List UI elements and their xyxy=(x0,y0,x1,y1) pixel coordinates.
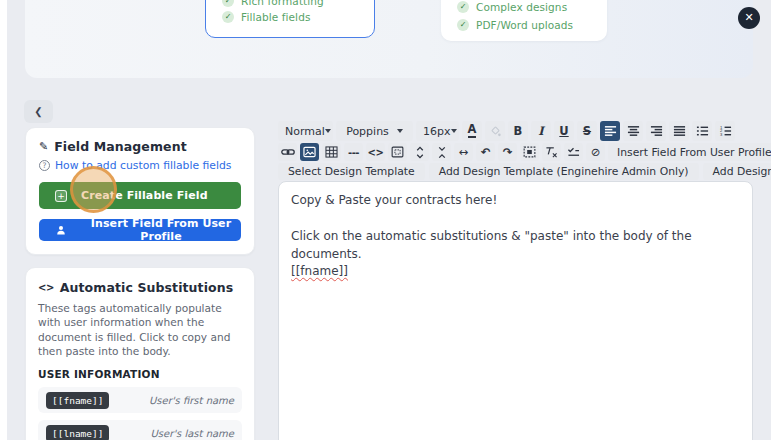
chevron-down-icon xyxy=(397,129,403,133)
select-value: Normal xyxy=(285,125,325,138)
align-left-button[interactable] xyxy=(600,121,620,141)
chevron-down-icon xyxy=(325,129,331,133)
bold-button[interactable]: B xyxy=(508,121,528,141)
substitution-row-lname[interactable]: [[lname]] User's last name xyxy=(38,420,242,440)
insert-field-from-profile-button[interactable]: Insert Field From User Profile xyxy=(39,219,241,241)
tag-chip[interactable]: [[lname]] xyxy=(46,425,109,440)
button-label: Insert Field From User Profile xyxy=(81,217,241,243)
intro-banner: ✓ Easy editing ✓ Rich formatting ✓ Filla… xyxy=(25,0,753,78)
editor-line-1[interactable]: Copy & Paste your contracts here! xyxy=(291,192,740,209)
toolbar-row-1: Normal Poppins 16px A B I U S xyxy=(278,121,753,141)
strikethrough-button[interactable]: S xyxy=(577,121,597,141)
font-family-select[interactable]: Poppins xyxy=(336,121,413,141)
ban-button[interactable]: ⊘ xyxy=(586,143,605,161)
underline-button[interactable]: U xyxy=(554,121,574,141)
template-tabs: Select Design Template Add Design Templa… xyxy=(278,163,753,180)
source-code-button[interactable]: <> xyxy=(366,143,385,161)
cell-properties-button[interactable] xyxy=(388,143,407,161)
editor-line-3[interactable]: [[fname]] xyxy=(291,263,740,280)
select-value: 16px xyxy=(423,125,451,138)
feature-label: Fillable fields xyxy=(241,11,310,23)
feature-label: Complex designs xyxy=(476,1,567,13)
plus-square-icon: + xyxy=(55,190,67,202)
remove-format-button[interactable] xyxy=(542,143,561,161)
paragraph-style-select[interactable]: Normal xyxy=(278,121,333,141)
feature-card-uploads: ✓ Layout preserved ✓ Complex designs ✓ P… xyxy=(441,0,607,41)
link-icon[interactable] xyxy=(278,143,297,161)
back-button[interactable]: ❮ xyxy=(24,100,53,123)
justify-button[interactable] xyxy=(669,121,689,141)
checklist-button[interactable] xyxy=(564,143,583,161)
resize-horizontal-button[interactable]: ↔ xyxy=(454,143,473,161)
modal-background: ✓ Easy editing ✓ Rich formatting ✓ Filla… xyxy=(7,0,771,440)
section-label: USER INFORMATION xyxy=(38,368,242,380)
font-size-select[interactable]: 16px xyxy=(416,121,459,141)
feature-card-editor: ✓ Easy editing ✓ Rich formatting ✓ Filla… xyxy=(205,0,375,38)
insert-table-button[interactable] xyxy=(322,143,341,161)
tag-description: User's last name xyxy=(150,428,234,439)
check-icon: ✓ xyxy=(457,1,469,13)
document-editor-area[interactable]: Copy & Paste your contracts here! Click … xyxy=(278,181,753,440)
font-color-icon: A xyxy=(468,124,477,139)
feature-label: Rich formatting xyxy=(241,0,324,7)
help-link[interactable]: How to add custom fillable fields xyxy=(55,159,231,172)
tag-chip[interactable]: [[fname]] xyxy=(46,392,109,409)
editor-toolbar: Normal Poppins 16px A B I U S xyxy=(278,121,753,180)
toolbar-row-2: --- <> ↔ ↶ ↷ ⊘ Insert Fiel xyxy=(278,143,753,161)
button-label: Create Fillable Field xyxy=(81,189,208,202)
redo-button[interactable]: ↷ xyxy=(498,143,517,161)
bullet-list-button[interactable] xyxy=(692,121,712,141)
substitution-row-fname[interactable]: [[fname]] User's first name xyxy=(38,387,242,413)
panel-title: Automatic Substitutions xyxy=(60,280,234,295)
tab-add-design-template-admin[interactable]: Add Design Template (Enginehire Admin On… xyxy=(429,163,699,180)
numbered-list-button[interactable]: 123 xyxy=(715,121,735,141)
feature-item: ✓ Rich formatting xyxy=(222,0,374,7)
feature-item: ✓ Complex designs xyxy=(457,1,607,13)
feature-item: ✓ PDF/Word uploads xyxy=(457,19,607,31)
insert-image-button[interactable] xyxy=(300,143,319,161)
create-fillable-field-button[interactable]: + Create Fillable Field xyxy=(39,182,241,209)
fname-token[interactable]: [[fname]] xyxy=(291,264,348,278)
align-right-button[interactable] xyxy=(646,121,666,141)
pencil-icon: ✎ xyxy=(39,140,48,153)
check-icon: ✓ xyxy=(222,11,234,23)
svg-text:3: 3 xyxy=(719,132,722,137)
background-color-button[interactable] xyxy=(485,121,505,141)
chevron-down-icon xyxy=(451,129,457,133)
undo-button[interactable]: ↶ xyxy=(476,143,495,161)
tag-description: User's first name xyxy=(149,395,234,406)
toolbar-insert-field-button[interactable]: Insert Field From User Profile xyxy=(608,143,771,161)
code-icon: <> xyxy=(38,282,54,293)
field-management-panel: ✎ Field Management ? How to add custom f… xyxy=(25,127,255,255)
person-icon xyxy=(55,224,67,236)
select-value: Poppins xyxy=(346,125,389,138)
feature-item: ✓ Fillable fields xyxy=(222,11,374,23)
panel-header: ✎ Field Management xyxy=(39,139,241,154)
horizontal-rule-button[interactable]: --- xyxy=(344,143,363,161)
select-all-button[interactable] xyxy=(520,143,539,161)
panel-title: Field Management xyxy=(54,139,187,154)
paint-bucket-icon xyxy=(489,125,502,138)
help-link-row[interactable]: ? How to add custom fillable fields xyxy=(39,159,241,172)
close-icon[interactable]: ✕ xyxy=(738,7,760,29)
expand-vertical-button[interactable] xyxy=(410,143,429,161)
tab-add-design-template[interactable]: Add Design Template xyxy=(703,163,771,180)
check-icon: ✓ xyxy=(222,0,234,7)
panel-description: These tags automatically populate with u… xyxy=(38,301,242,358)
question-circle-icon: ? xyxy=(39,160,50,171)
panel-header: <> Automatic Substitutions xyxy=(38,280,242,295)
font-color-button[interactable]: A xyxy=(462,121,482,141)
automatic-substitutions-panel: <> Automatic Substitutions These tags au… xyxy=(25,267,255,440)
tab-select-design-template[interactable]: Select Design Template xyxy=(278,163,425,180)
feature-label: PDF/Word uploads xyxy=(476,19,573,31)
check-icon: ✓ xyxy=(457,19,469,31)
align-center-button[interactable] xyxy=(623,121,643,141)
italic-button[interactable]: I xyxy=(531,121,551,141)
editor-line-2[interactable]: Click on the automatic substitutions & "… xyxy=(291,228,740,263)
collapse-vertical-button[interactable] xyxy=(432,143,451,161)
